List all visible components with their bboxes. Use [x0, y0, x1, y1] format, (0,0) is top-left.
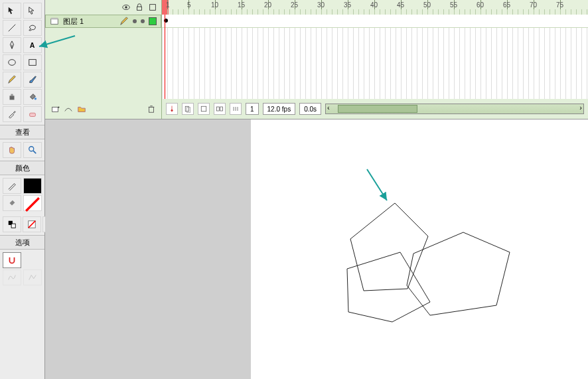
color-section-label: 颜色 [0, 161, 44, 175]
layer-header [45, 0, 162, 15]
svg-rect-5 [11, 94, 13, 96]
layer-color-swatch[interactable] [149, 17, 157, 25]
ruler-number: 75 [556, 1, 563, 9]
zoom-tool[interactable] [23, 142, 42, 158]
stage-area [45, 119, 588, 379]
svg-rect-24 [149, 107, 154, 112]
svg-rect-19 [150, 5, 156, 11]
svg-point-2 [9, 60, 16, 66]
annotation-arrow-pen [37, 35, 76, 61]
smooth-option[interactable] [3, 269, 21, 285]
svg-line-10 [26, 198, 39, 211]
canvas-drawing [251, 119, 583, 378]
outline-icon[interactable] [148, 3, 157, 12]
ruler-number: 45 [397, 1, 404, 9]
vis-dot[interactable] [133, 19, 137, 23]
fill-swatch[interactable] [23, 195, 42, 211]
bw-default-icon[interactable] [3, 216, 21, 232]
stroke-swatch[interactable] [23, 178, 42, 194]
ruler-number: 50 [423, 1, 431, 9]
pentagon-top [350, 203, 428, 291]
fill-color[interactable] [3, 195, 21, 211]
onion-markers-icon[interactable] [230, 103, 242, 115]
hexagon-right [407, 232, 510, 315]
scrollbar-thumb[interactable] [338, 105, 417, 113]
trash-icon[interactable] [147, 104, 156, 114]
view-section-label: 查看 [0, 125, 44, 139]
new-layer-icon[interactable]: + [50, 104, 60, 114]
eraser-tool[interactable] [23, 106, 42, 122]
ruler-number: 1 [166, 1, 170, 9]
frames-status-bar: 1 12.0 fps 0.0s [162, 103, 588, 115]
svg-point-6 [34, 98, 37, 100]
svg-point-8 [29, 147, 33, 151]
ruler-number: 20 [264, 1, 271, 9]
ruler-number: 15 [238, 1, 245, 9]
svg-rect-21 [51, 18, 58, 20]
oval-tool[interactable] [3, 54, 21, 70]
stroke-color[interactable] [3, 178, 21, 194]
ruler-number: 60 [477, 1, 484, 9]
lock-icon[interactable] [135, 3, 144, 12]
options-section-label: 选项 [0, 235, 44, 250]
timeline-ruler[interactable]: 151015202530354045505560657075 [162, 0, 588, 15]
onion-outline-icon[interactable] [198, 103, 210, 115]
playhead-line [165, 15, 165, 99]
frames-area[interactable] [162, 15, 588, 99]
ruler-number: 25 [291, 1, 298, 9]
ruler-number: 70 [530, 1, 537, 9]
svg-rect-12 [11, 224, 15, 228]
layer-row[interactable]: 图层 1 [45, 15, 161, 28]
subselection-tool[interactable] [23, 3, 42, 19]
svg-rect-20 [51, 19, 58, 25]
add-guide-icon[interactable] [64, 104, 73, 114]
svg-point-28 [171, 110, 173, 112]
new-folder-icon[interactable] [77, 104, 86, 114]
lasso-tool[interactable] [23, 20, 42, 36]
timeline-panel: 151015202530354045505560657075 图层 1 [45, 0, 588, 119]
no-color-icon[interactable] [23, 216, 41, 232]
ruler-number: 35 [344, 1, 351, 9]
line-tool[interactable] [3, 20, 21, 36]
svg-text:+: + [58, 104, 60, 109]
svg-text:A: A [29, 41, 35, 49]
brush-tool[interactable] [23, 72, 42, 88]
frame-row[interactable] [162, 15, 588, 28]
layer-icon [50, 17, 59, 26]
pen-tool[interactable] [3, 37, 21, 53]
onion-skin-icon[interactable] [182, 103, 194, 115]
svg-line-0 [9, 25, 16, 32]
lock-dot[interactable] [141, 19, 145, 23]
svg-rect-4 [10, 96, 15, 100]
edit-multiple-icon[interactable] [214, 103, 226, 115]
svg-point-17 [125, 6, 127, 9]
ruler-number: 65 [503, 1, 510, 9]
inkbottle-tool[interactable] [3, 89, 21, 105]
ruler-number: 40 [370, 1, 378, 9]
straighten-option[interactable] [23, 269, 42, 285]
visibility-icon[interactable] [121, 3, 131, 12]
svg-rect-7 [29, 113, 35, 116]
goto-first-icon[interactable] [166, 103, 178, 115]
fps-field[interactable]: 12.0 fps [263, 103, 296, 115]
selection-tool[interactable] [3, 3, 21, 19]
paintbucket-tool[interactable] [23, 89, 42, 105]
svg-rect-33 [220, 107, 223, 111]
ruler-number: 55 [450, 1, 457, 9]
canvas[interactable] [251, 119, 588, 379]
pencil-tool[interactable] [3, 72, 21, 88]
svg-rect-18 [137, 7, 142, 10]
svg-rect-31 [201, 106, 206, 112]
layer-name: 图层 1 [63, 17, 84, 27]
snap-option[interactable] [3, 252, 21, 268]
annotation-arrow-shape [367, 169, 387, 200]
timeline-scrollbar[interactable] [325, 104, 584, 114]
svg-line-9 [33, 151, 35, 153]
elapsed-field: 0.0s [299, 103, 321, 115]
eyedropper-tool[interactable] [3, 106, 21, 122]
svg-line-15 [39, 36, 75, 46]
current-frame-field[interactable]: 1 [246, 103, 259, 115]
hand-tool[interactable] [3, 142, 21, 158]
ruler-number: 10 [211, 1, 218, 9]
ruler-number: 5 [187, 1, 191, 9]
